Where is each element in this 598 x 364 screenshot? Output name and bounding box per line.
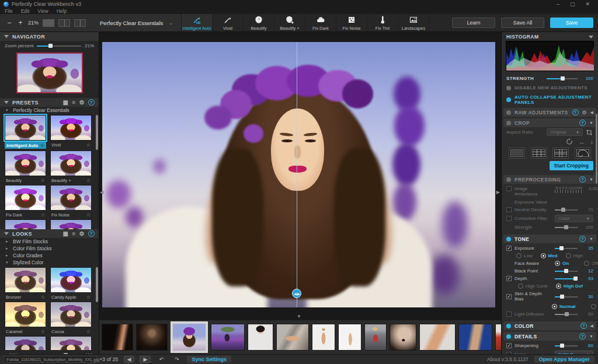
help-icon[interactable]: ?	[579, 120, 586, 126]
gear-icon[interactable]: ⚙	[582, 110, 587, 116]
collapse-left-icon[interactable]: ◀	[590, 324, 593, 328]
zoom-out-button[interactable]: −	[6, 19, 13, 27]
preprocessing-header[interactable]: PREPROCESSING ?▼	[503, 175, 596, 184]
crop-grid-thirds-button[interactable]	[531, 148, 547, 159]
view-single-button[interactable]	[43, 19, 54, 27]
list-view-icon[interactable]: ≡	[72, 230, 75, 237]
preset-tile-partial[interactable]	[5, 219, 46, 229]
preset-group-dropdown[interactable]: Perfectly Clear Essentials ⌄	[92, 14, 181, 32]
open-apps-manager-button[interactable]: Open Apps Manager	[534, 356, 594, 363]
preset-tile-vivid[interactable]: Vivid☆	[50, 115, 92, 149]
light-diffusion-slider[interactable]	[555, 312, 578, 317]
high-contrast-radio[interactable]: High Contr	[518, 284, 548, 289]
help-icon[interactable]: ?	[88, 99, 95, 106]
preset-tile-partial[interactable]	[50, 219, 92, 229]
filename-dropdown[interactable]: Fotolia_116196021_Subscription_Monthly_X…	[4, 356, 97, 363]
high-def-radio[interactable]: High Def	[556, 284, 583, 289]
view-sidebyside-button[interactable]	[74, 19, 86, 27]
collapse-left-panel-arrow[interactable]: ◀	[100, 190, 103, 195]
exposure-high-radio[interactable]: High	[566, 253, 583, 258]
preset-tile-intelligent-auto[interactable]: Intelligent Auto☆	[5, 115, 46, 149]
bright-radio[interactable]: Bright	[591, 304, 598, 309]
preset-tile-fix-noise[interactable]: Fix Noise☆	[50, 185, 92, 218]
neutral-density-checkbox[interactable]	[506, 207, 512, 212]
help-icon[interactable]: ?	[580, 323, 587, 329]
toolbar-preset-landscapes[interactable]: Landscapes	[398, 14, 429, 32]
filmstrip-thumbnail[interactable]	[495, 324, 501, 351]
aspect-ratio-dropdown[interactable]: Original▼	[547, 128, 583, 136]
collapse-filmstrip-arrow[interactable]: ▼	[297, 314, 301, 319]
next-image-button[interactable]: ▶	[140, 356, 151, 363]
filmstrip-thumbnail[interactable]	[276, 324, 309, 351]
tone-header[interactable]: TONE ?▼	[503, 235, 596, 243]
filmstrip-thumbnail[interactable]	[390, 324, 416, 351]
star-icon[interactable]: ☆	[40, 143, 44, 148]
photo-preview[interactable]: ◀▶	[102, 42, 495, 307]
depth-checkbox[interactable]: ✓	[506, 276, 512, 281]
disable-new-adjustments-toggle[interactable]: DISABLE NEW ADJUSTMENTS	[502, 82, 598, 92]
light-diffusion-checkbox[interactable]	[506, 312, 512, 317]
star-icon[interactable]: ☆	[86, 295, 91, 300]
previous-image-button[interactable]: ◀	[124, 356, 135, 363]
minimize-button[interactable]: –	[557, 1, 559, 7]
collapse-triangle-icon[interactable]	[589, 36, 593, 38]
star-icon[interactable]: ☆	[86, 178, 91, 183]
filmstrip-thumbnail[interactable]	[102, 324, 133, 351]
help-icon[interactable]: ?	[572, 109, 579, 116]
help-icon[interactable]: ?	[579, 333, 586, 340]
looks-header[interactable]: LOOKS ▦ ≡ ⚙ ?	[0, 229, 99, 238]
star-icon[interactable]: ☆	[86, 212, 91, 218]
auto-collapse-toggle[interactable]: AUTO COLLAPSE ADJUSTMENT PANELS	[502, 92, 598, 106]
menu-view[interactable]: View	[37, 8, 48, 14]
face-aware-on-radio[interactable]: On	[555, 261, 569, 266]
save-all-button[interactable]: Save All	[501, 18, 544, 28]
star-icon[interactable]: ☆	[86, 142, 91, 148]
look-tile-partial[interactable]	[5, 336, 46, 350]
filmstrip-thumbnail[interactable]	[136, 324, 168, 351]
toolbar-preset-fix-dark[interactable]: Fix Dark	[305, 14, 336, 32]
filmstrip-thumbnail-selected[interactable]	[171, 321, 208, 353]
corrective-filter-dropdown[interactable]: Color▼	[555, 215, 593, 222]
rotate-icon[interactable]	[565, 138, 573, 145]
filmstrip-thumbnail[interactable]	[364, 324, 387, 351]
toolbar-preset-beautify[interactable]: Beautify	[244, 14, 274, 32]
crop-icon[interactable]	[586, 129, 593, 136]
preset-tile-fix-dark[interactable]: Fix Dark☆	[5, 185, 46, 218]
star-icon[interactable]: ☆	[41, 295, 45, 300]
help-icon[interactable]: ?	[88, 230, 95, 237]
skin-depth-bias-slider[interactable]	[555, 294, 578, 299]
looks-scrollbar[interactable]	[96, 267, 98, 302]
raw-adjustments-header[interactable]: RAW ADJUSTMENTS ?⚙◀	[503, 108, 596, 117]
looks-category-bw-film[interactable]: ▸BW Film Stocks	[0, 238, 99, 245]
collapse-right-panel-arrow[interactable]: ▶	[496, 190, 500, 195]
preset-tile-beautify[interactable]: Beautify☆	[5, 150, 46, 183]
exposure-checkbox[interactable]: ✓	[506, 246, 512, 251]
image-canvas[interactable]: ◀▶ ◀ ▶ ▼	[99, 32, 501, 320]
details-header[interactable]: DETAILS ?▼	[503, 332, 596, 341]
crop-grid-golden-button[interactable]	[552, 148, 569, 159]
skin-depth-bias-checkbox[interactable]: ✓	[506, 294, 512, 299]
look-tile-candy-apple[interactable]: Candy Apple☆	[50, 267, 92, 300]
exposure-slider[interactable]	[555, 246, 578, 251]
learn-button[interactable]: Learn	[452, 18, 495, 28]
navigator-zoom-slider[interactable]	[37, 43, 81, 48]
presets-header[interactable]: PRESETS ▦ ≡ ⚙ ?	[0, 98, 99, 107]
start-cropping-button[interactable]: Start Cropping	[550, 161, 594, 170]
toolbar-preset-fix-noise[interactable]: Fix Noise	[336, 14, 367, 32]
help-icon[interactable]: ?	[579, 176, 586, 183]
menu-edit[interactable]: Edit	[21, 8, 30, 14]
filmstrip-thumbnail[interactable]	[338, 324, 361, 351]
crop-header[interactable]: CROP ?▼	[503, 118, 596, 127]
save-button[interactable]: Save	[550, 18, 593, 28]
sharpening-slider[interactable]	[555, 343, 578, 348]
toolbar-preset-beautify-plus[interactable]: Beautify +	[274, 14, 305, 32]
redo-icon[interactable]: ↷	[172, 356, 182, 363]
split-slider-handle[interactable]: ◀▶	[292, 289, 301, 298]
normal-radio[interactable]: Normal	[552, 304, 576, 309]
collapse-down-icon[interactable]: ▼	[589, 334, 593, 338]
sharpening-checkbox[interactable]: ✓	[506, 343, 512, 348]
close-button[interactable]: ✕	[585, 1, 590, 7]
presets-group-row[interactable]: ▾ Perfectly Clear Essentials	[0, 107, 99, 114]
collapse-left-icon[interactable]: ◀	[590, 110, 593, 115]
color-header[interactable]: COLOR ?◀	[503, 321, 596, 330]
